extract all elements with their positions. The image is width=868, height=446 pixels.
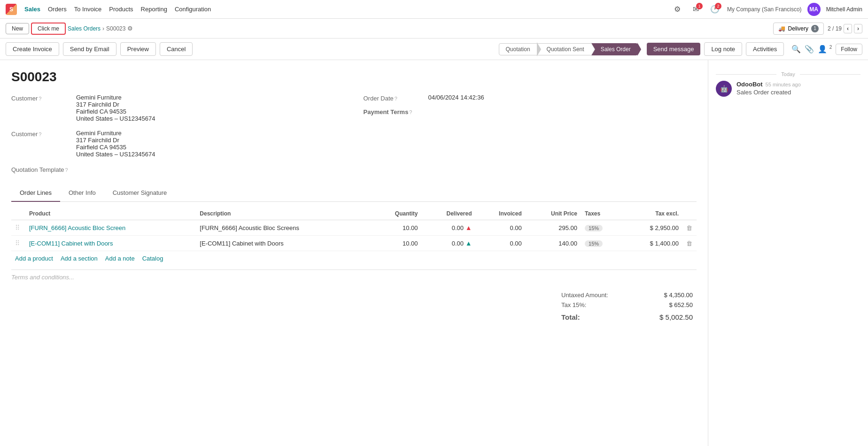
customer1-address: 317 Fairchild Dr (76, 101, 155, 108)
delivered-2: 0.00 ▲ (422, 236, 476, 251)
send-message-button[interactable]: Send message (647, 43, 701, 55)
activities-icon[interactable]: 🕐 2 (708, 3, 721, 16)
quantity-2[interactable]: 10.00 (372, 236, 421, 251)
delivery-count: 1 (811, 25, 819, 32)
catalog-link[interactable]: Catalog (142, 255, 163, 262)
user-avatar[interactable]: MA (807, 3, 821, 16)
next-page-button[interactable]: › (854, 24, 862, 33)
main-menu: Sales Orders To Invoice Products Reporti… (24, 6, 211, 13)
menu-item-configuration[interactable]: Configuration (175, 6, 211, 13)
untaxed-row: Untaxed Amount: $ 4,350.00 (561, 290, 693, 300)
record-title: S00023 (11, 69, 697, 85)
breadcrumb-parent[interactable]: Sales Orders (68, 25, 101, 32)
taxes-2[interactable]: 15% (581, 236, 623, 251)
col-drag (11, 208, 25, 220)
order-date-value[interactable]: 04/06/2024 14:42:36 (428, 94, 484, 101)
payment-terms-help-icon[interactable]: ? (409, 109, 412, 115)
total-value: $ 5,002.50 (659, 313, 693, 321)
messages-icon[interactable]: ✉ 1 (690, 3, 703, 16)
tax-excl-2: $ 1,400.00 (623, 236, 682, 251)
follower-icon[interactable]: 👤 2 (818, 45, 832, 54)
activities-button[interactable]: Activities (746, 42, 784, 56)
description-2: [E-COM11] Cabinet with Doors (196, 236, 372, 251)
unit-price-2[interactable]: 140.00 (526, 236, 581, 251)
product-link-1[interactable]: [FURN_6666] Acoustic Bloc Screen (29, 224, 125, 231)
payment-terms-field: Payment Terms ? (364, 108, 697, 115)
status-sales-order[interactable]: Sales Order (591, 43, 638, 55)
untaxed-value: $ 4,350.00 (664, 292, 693, 299)
menu-item-to-invoice[interactable]: To Invoice (74, 6, 102, 13)
add-product-link[interactable]: Add a product (15, 255, 53, 262)
taxes-1[interactable]: 15% (581, 220, 623, 236)
app-logo: S (6, 4, 17, 15)
chatter-text: Sales Order created (736, 89, 801, 96)
activities-badge: 2 (715, 3, 721, 9)
customer2-city: Fairfield CA 94535 (76, 144, 155, 151)
new-button[interactable]: New (6, 23, 29, 34)
product-link-2[interactable]: [E-COM11] Cabinet with Doors (29, 240, 113, 247)
send-by-email-button[interactable]: Send by Email (63, 42, 116, 56)
delete-row-1[interactable]: 🗑 (686, 224, 692, 231)
customer2-country: United States – US12345674 (76, 151, 155, 158)
quantity-1[interactable]: 10.00 (372, 220, 421, 236)
add-row-links: Add a product Add a section Add a note C… (11, 251, 697, 266)
messages-badge: 1 (696, 3, 703, 9)
total-label: Total: (561, 313, 580, 321)
tab-order-lines[interactable]: Order Lines (11, 185, 60, 202)
record-gear-icon[interactable]: ⚙ (127, 25, 133, 32)
customer2-help-icon[interactable]: ? (39, 131, 41, 137)
col-description: Description (196, 208, 372, 220)
form-right: Order Date ? 04/06/2024 14:42:36 Payment… (364, 94, 697, 177)
col-product: Product (25, 208, 196, 220)
top-navigation: S Sales Orders To Invoice Products Repor… (0, 0, 868, 19)
status-flow: Quotation Quotation Sent Sales Order (499, 43, 637, 55)
tax-badge-1: 15% (585, 225, 603, 231)
settings-icon[interactable]: ⚙ (671, 3, 684, 16)
user-initials: MA (809, 6, 818, 13)
breadcrumb: Sales Orders › S00023 ⚙ (68, 25, 133, 32)
chatter-msg-content: OdooBot 55 minutes ago Sales Order creat… (736, 81, 801, 97)
cancel-button[interactable]: Cancel (160, 42, 193, 56)
unit-price-1[interactable]: 295.00 (526, 220, 581, 236)
pagination-info: 2 / 19 (828, 25, 842, 32)
follow-button[interactable]: Follow (836, 44, 862, 55)
status-quotation[interactable]: Quotation (499, 43, 537, 55)
table-row: ⠿ [E-COM11] Cabinet with Doors [E-COM11]… (11, 236, 697, 251)
table-row: ⠿ [FURN_6666] Acoustic Bloc Screen [FURN… (11, 220, 697, 236)
terms-input[interactable]: Terms and conditions... (11, 270, 697, 285)
menu-item-orders[interactable]: Orders (48, 6, 67, 13)
customer1-help-icon[interactable]: ? (39, 96, 41, 101)
tax-excl-1: $ 2,950.00 (623, 220, 682, 236)
delivery-chart-2: ▲ (465, 239, 472, 247)
col-actions (682, 208, 697, 220)
click-me-button[interactable]: Click me (31, 23, 66, 35)
prev-page-button[interactable]: ‹ (844, 24, 852, 33)
chatter-time: 55 minutes ago (766, 82, 801, 87)
truck-icon: 🚚 (778, 25, 785, 32)
quotation-template-help-icon[interactable]: ? (65, 167, 68, 173)
attach-icon[interactable]: 📎 (805, 45, 814, 54)
order-date-field: Order Date ? 04/06/2024 14:42:36 (364, 94, 697, 102)
search-icon[interactable]: 🔍 (791, 45, 801, 54)
col-quantity: Quantity (372, 208, 421, 220)
delivery-button[interactable]: 🚚 Delivery 1 (773, 23, 824, 35)
tab-other-info[interactable]: Other Info (60, 185, 104, 202)
order-date-help-icon[interactable]: ? (395, 96, 397, 101)
status-quotation-sent[interactable]: Quotation Sent (537, 43, 591, 55)
order-date-label: Order Date ? (364, 94, 425, 102)
menu-item-products[interactable]: Products (109, 6, 133, 13)
tab-customer-signature[interactable]: Customer Signature (104, 185, 176, 202)
tax-row: Tax 15%: $ 652.50 (561, 300, 693, 310)
create-invoice-button[interactable]: Create Invoice (6, 42, 59, 56)
add-section-link[interactable]: Add a section (61, 255, 98, 262)
customer1-name[interactable]: Gemini Furniture (76, 94, 155, 101)
tax-value: $ 652.50 (669, 301, 693, 308)
menu-item-sales[interactable]: Sales (24, 6, 40, 13)
drag-handle-2[interactable]: ⠿ (15, 239, 22, 247)
log-note-button[interactable]: Log note (704, 42, 742, 56)
drag-handle-1[interactable]: ⠿ (15, 224, 22, 231)
menu-item-reporting[interactable]: Reporting (141, 6, 167, 13)
add-note-link[interactable]: Add a note (105, 255, 135, 262)
delete-row-2[interactable]: 🗑 (686, 240, 692, 247)
preview-button[interactable]: Preview (120, 42, 156, 56)
